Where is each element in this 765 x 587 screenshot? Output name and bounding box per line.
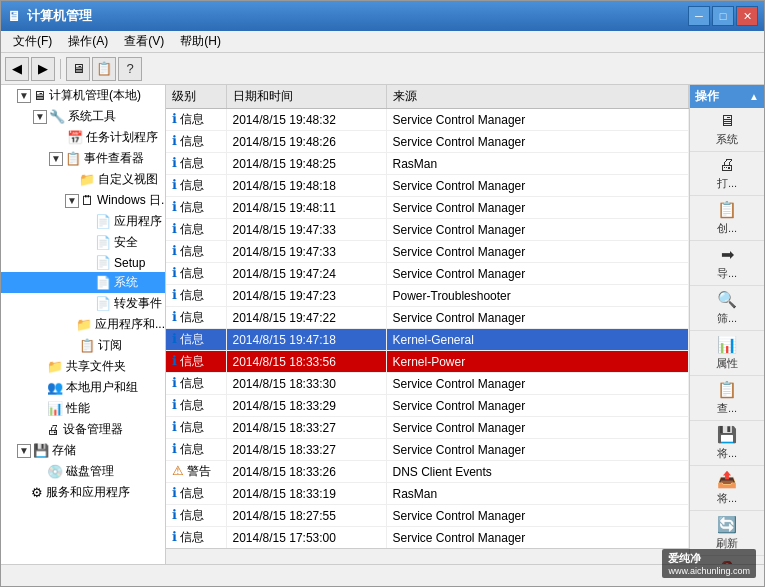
table-row[interactable]: ⚠警告2014/8/15 18:33:26DNS Client Events — [166, 461, 689, 483]
tree-label-6: 应用程序 — [114, 213, 162, 230]
cell-source: Service Control Manager — [386, 373, 689, 395]
forward-button[interactable]: ▶ — [31, 57, 55, 81]
toolbar-separator-1 — [60, 59, 61, 79]
cell-source: Kernel-General — [386, 329, 689, 351]
cell-source: Service Control Manager — [386, 307, 689, 329]
menu-help[interactable]: 帮助(H) — [172, 31, 229, 52]
status-bar — [1, 564, 764, 586]
expand-icon-17[interactable]: ▼ — [17, 444, 31, 458]
cell-datetime: 2014/8/15 19:47:22 — [226, 307, 386, 329]
tree-item-15[interactable]: 📊 性能 — [1, 398, 165, 419]
cell-datetime: 2014/8/15 19:48:26 — [226, 131, 386, 153]
tree-item-7[interactable]: 📄 安全 — [1, 232, 165, 253]
col-datetime[interactable]: 日期和时间 — [226, 85, 386, 109]
table-row[interactable]: ℹ信息2014/8/15 19:47:23Power-Troubleshoote… — [166, 285, 689, 307]
action-group-title-0[interactable]: 操作▲ — [690, 85, 764, 108]
tree-item-1[interactable]: ▼ 🔧 系统工具 — [1, 106, 165, 127]
cell-source: Kernel-Power — [386, 351, 689, 373]
cell-datetime: 2014/8/15 18:33:56 — [226, 351, 386, 373]
close-button[interactable]: ✕ — [736, 6, 758, 26]
action-item-0-10[interactable]: ❓帮助 — [690, 556, 764, 564]
action-item-0-5[interactable]: 📊属性 — [690, 331, 764, 376]
table-row[interactable]: ℹ信息2014/8/15 19:48:26Service Control Man… — [166, 131, 689, 153]
tree-item-11[interactable]: 📁 应用程序和... — [1, 314, 165, 335]
action-label-0-8: 将... — [717, 491, 737, 506]
table-row[interactable]: ℹ信息2014/8/15 18:33:30Service Control Man… — [166, 373, 689, 395]
action-label-0-6: 查... — [717, 401, 737, 416]
table-row[interactable]: ℹ信息2014/8/15 18:33:27Service Control Man… — [166, 439, 689, 461]
action-item-0-0[interactable]: 🖥系统 — [690, 108, 764, 152]
menu-file[interactable]: 文件(F) — [5, 31, 60, 52]
table-row[interactable]: ℹ信息2014/8/15 17:53:00Service Control Man… — [166, 527, 689, 549]
minimize-button[interactable]: ─ — [688, 6, 710, 26]
cell-level: ℹ信息 — [166, 175, 226, 197]
menu-action[interactable]: 操作(A) — [60, 31, 116, 52]
action-item-0-1[interactable]: 🖨打... — [690, 152, 764, 196]
action-item-0-8[interactable]: 📤将... — [690, 466, 764, 511]
table-row[interactable]: ℹ信息2014/8/15 18:33:27Service Control Man… — [166, 417, 689, 439]
cell-level: ℹ信息 — [166, 329, 226, 351]
cell-datetime: 2014/8/15 18:33:27 — [226, 439, 386, 461]
tree-item-13[interactable]: 📁 共享文件夹 — [1, 356, 165, 377]
table-row[interactable]: ℹ信息2014/8/15 19:47:18Kernel-General — [166, 329, 689, 351]
event-table[interactable]: 级别 日期和时间 来源 ℹ信息2014/8/15 19:48:32Service… — [166, 85, 689, 548]
horizontal-scrollbar[interactable] — [166, 548, 689, 564]
tree-item-16[interactable]: 🖨 设备管理器 — [1, 419, 165, 440]
cell-level: ℹ信息 — [166, 527, 226, 549]
computer-button[interactable]: 🖥 — [66, 57, 90, 81]
tree-item-12[interactable]: 📋 订阅 — [1, 335, 165, 356]
table-row[interactable]: ℹ信息2014/8/15 19:47:33Service Control Man… — [166, 219, 689, 241]
action-item-0-7[interactable]: 💾将... — [690, 421, 764, 466]
expand-icon-1[interactable]: ▼ — [33, 110, 47, 124]
tree-item-8[interactable]: 📄 Setup — [1, 253, 165, 272]
tree-item-3[interactable]: ▼ 📋 事件查看器 — [1, 148, 165, 169]
table-row[interactable]: ℹ信息2014/8/15 19:47:22Service Control Man… — [166, 307, 689, 329]
info-icon: ℹ — [172, 507, 177, 522]
col-level[interactable]: 级别 — [166, 85, 226, 109]
action-item-0-3[interactable]: ➡导... — [690, 241, 764, 286]
cell-datetime: 2014/8/15 18:27:55 — [226, 505, 386, 527]
table-row[interactable]: ℹ信息2014/8/15 18:27:55Service Control Man… — [166, 505, 689, 527]
action-item-0-9[interactable]: 🔄刷新 — [690, 511, 764, 556]
back-button[interactable]: ◀ — [5, 57, 29, 81]
help-button[interactable]: ? — [118, 57, 142, 81]
tree-item-14[interactable]: 👥 本地用户和组 — [1, 377, 165, 398]
table-row[interactable]: ℹ信息2014/8/15 19:48:25RasMan — [166, 153, 689, 175]
info-icon: ℹ — [172, 309, 177, 324]
tree-item-5[interactable]: ▼ 🗒 Windows 日... — [1, 190, 165, 211]
info-icon: ℹ — [172, 397, 177, 412]
maximize-button[interactable]: □ — [712, 6, 734, 26]
table-row[interactable]: ℹ信息2014/8/15 19:47:24Service Control Man… — [166, 263, 689, 285]
tree-node-icon-9: 📄 — [95, 275, 111, 290]
tree-label-14: 本地用户和组 — [66, 379, 138, 396]
tree-item-4[interactable]: 📁 自定义视图 — [1, 169, 165, 190]
table-row[interactable]: ℹ信息2014/8/15 18:33:56Kernel-Power — [166, 351, 689, 373]
tree-item-2[interactable]: 📅 任务计划程序 — [1, 127, 165, 148]
info-icon: ℹ — [172, 199, 177, 214]
table-row[interactable]: ℹ信息2014/8/15 19:48:18Service Control Man… — [166, 175, 689, 197]
list-button[interactable]: 📋 — [92, 57, 116, 81]
table-row[interactable]: ℹ信息2014/8/15 19:48:11Service Control Man… — [166, 197, 689, 219]
tree-item-18[interactable]: 💿 磁盘管理 — [1, 461, 165, 482]
tree-node-icon-16: 🖨 — [47, 422, 60, 437]
tree-item-9[interactable]: 📄 系统 — [1, 272, 165, 293]
tree-label-9: 系统 — [114, 274, 138, 291]
col-source[interactable]: 来源 — [386, 85, 689, 109]
tree-item-0[interactable]: ▼ 🖥 计算机管理(本地) — [1, 85, 165, 106]
table-row[interactable]: ℹ信息2014/8/15 19:48:32Service Control Man… — [166, 109, 689, 131]
cell-level: ℹ信息 — [166, 219, 226, 241]
menu-view[interactable]: 查看(V) — [116, 31, 172, 52]
expand-icon-3[interactable]: ▼ — [49, 152, 63, 166]
table-row[interactable]: ℹ信息2014/8/15 18:33:19RasMan — [166, 483, 689, 505]
action-item-0-4[interactable]: 🔍筛... — [690, 286, 764, 331]
table-row[interactable]: ℹ信息2014/8/15 19:47:33Service Control Man… — [166, 241, 689, 263]
table-row[interactable]: ℹ信息2014/8/15 18:33:29Service Control Man… — [166, 395, 689, 417]
expand-icon-5[interactable]: ▼ — [65, 194, 79, 208]
tree-item-17[interactable]: ▼ 💾 存储 — [1, 440, 165, 461]
tree-item-6[interactable]: 📄 应用程序 — [1, 211, 165, 232]
tree-item-10[interactable]: 📄 转发事件 — [1, 293, 165, 314]
expand-icon-0[interactable]: ▼ — [17, 89, 31, 103]
tree-item-19[interactable]: ⚙ 服务和应用程序 — [1, 482, 165, 503]
action-item-0-2[interactable]: 📋创... — [690, 196, 764, 241]
action-item-0-6[interactable]: 📋查... — [690, 376, 764, 421]
